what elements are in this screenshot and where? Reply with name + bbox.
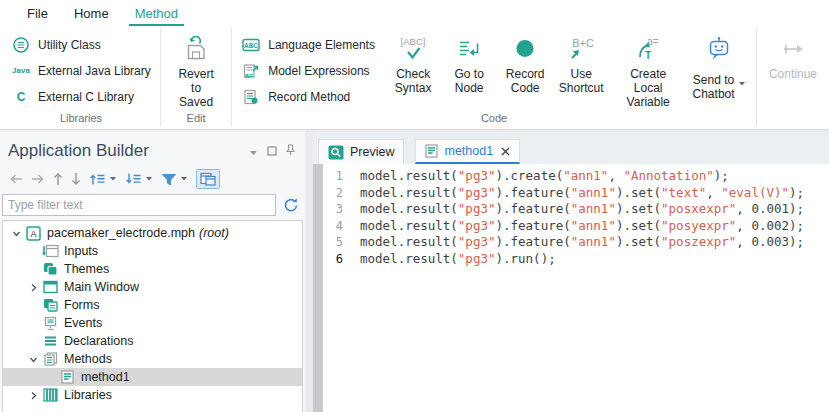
record-code-icon xyxy=(512,32,538,66)
ribbon-button-go-to-node[interactable]: Go to Node xyxy=(441,29,497,95)
tree-item-declarations[interactable]: Declarations xyxy=(3,332,302,350)
ribbon-tab-home[interactable]: Home xyxy=(61,1,122,26)
editor-tab-method1[interactable]: method1 xyxy=(415,139,520,164)
java-icon: Java xyxy=(11,66,31,75)
tree-item-themes[interactable]: Themes xyxy=(3,260,302,278)
forward-arrow-button[interactable] xyxy=(31,173,45,185)
model-expressions-icon: a= xyxy=(242,63,260,79)
ribbon-button-label: Use Shortcut xyxy=(559,67,604,95)
filter-input[interactable] xyxy=(2,194,276,216)
ribbon-item-language-elements[interactable]: ABCLanguage Elements xyxy=(237,34,385,55)
ribbon-group-libraries: Utility ClassJavaExternal Java LibraryCE… xyxy=(2,27,161,126)
back-arrow-button[interactable] xyxy=(9,173,23,185)
ribbon-item-utility-class[interactable]: Utility Class xyxy=(7,34,155,55)
panel-header-float-window-icon[interactable] xyxy=(267,142,277,160)
tree-item-events[interactable]: Events xyxy=(3,314,302,332)
line-number: 1 xyxy=(323,168,343,185)
tree-item-forms[interactable]: Forms xyxy=(3,296,302,314)
tree-item-label: Methods xyxy=(64,352,112,366)
ribbon-item-label: Language Elements xyxy=(268,38,375,52)
code-line: 1model.result("pg3").create("ann1", "Ann… xyxy=(323,168,829,185)
code-text: model.result("pg3").feature("ann1").set(… xyxy=(360,201,804,218)
editor-tab-preview[interactable]: Preview xyxy=(318,139,404,164)
svg-text:ABC: ABC xyxy=(244,42,258,49)
down-arrow-button[interactable] xyxy=(71,172,81,186)
create-local-variable-icon: a=T xyxy=(632,32,664,66)
method-doc-icon xyxy=(425,144,438,158)
filter-funnel-button[interactable] xyxy=(161,173,188,186)
expander-right-icon[interactable] xyxy=(26,391,41,400)
svg-text:B+C: B+C xyxy=(572,37,594,49)
code-token: model.result( xyxy=(360,251,458,266)
expander-down-icon[interactable] xyxy=(26,355,41,364)
tree-item-label: Libraries xyxy=(64,388,112,402)
ribbon-tab-method[interactable]: Method xyxy=(122,1,191,26)
ribbon-button-send-to-chatbot[interactable]: Send to Chatbot xyxy=(687,29,751,101)
editor-margin-strip xyxy=(313,164,323,412)
language-elements-icon: ABC xyxy=(241,37,261,53)
tree-item-inputs[interactable]: Inputs xyxy=(3,242,302,260)
revert-to-saved-icon xyxy=(183,32,209,66)
pin-icon xyxy=(286,144,295,156)
ribbon-button-create-local-variable[interactable]: a=TCreate Local Variable xyxy=(609,29,687,109)
expander-down-icon xyxy=(29,355,38,364)
up-arrow-button[interactable] xyxy=(53,172,63,186)
editor-tab-label: Preview xyxy=(350,145,394,159)
ribbon-item-external-c-library[interactable]: CExternal C Library xyxy=(7,86,155,107)
tree-item-method1[interactable]: method1 xyxy=(3,368,302,386)
string-token: "pg3" xyxy=(458,201,496,216)
libraries-icon xyxy=(41,388,60,402)
ribbon-button-revert-to-saved[interactable]: Revert to Saved xyxy=(166,29,226,109)
tree-item-label: Declarations xyxy=(64,334,133,348)
create-local-variable-icon: a=T xyxy=(632,35,664,63)
code-token: ).set( xyxy=(616,201,661,216)
tree-item-pacemaker-electrode-mph[interactable]: Apacemaker_electrode.mph(root) xyxy=(3,224,302,242)
string-token: "ann1" xyxy=(571,201,616,216)
expander-down-icon[interactable] xyxy=(9,229,24,238)
app-window: FileHomeMethod Utility ClassJavaExternal… xyxy=(0,0,829,412)
events-icon xyxy=(41,316,60,331)
close-icon[interactable] xyxy=(501,147,510,156)
ribbon-item-record-method[interactable]: Record Method xyxy=(237,86,385,107)
refresh-button[interactable] xyxy=(283,197,299,213)
ribbon-button-use-shortcut[interactable]: B+CUse Shortcut xyxy=(553,29,609,95)
ribbon-button-labelrow: Use Shortcut xyxy=(559,67,604,95)
code-text: model.result("pg3").create("ann1", "Anno… xyxy=(360,168,729,185)
code-editor[interactable]: 1model.result("pg3").create("ann1", "Ann… xyxy=(323,164,829,412)
ribbon-small-column: Utility ClassJavaExternal Java LibraryCE… xyxy=(7,29,155,107)
tree-item-main-window[interactable]: Main Window xyxy=(3,278,302,296)
preview-icon xyxy=(328,145,344,160)
ribbon-item-label: External C Library xyxy=(38,90,134,104)
themes-icon xyxy=(41,262,60,276)
ribbon-item-model-expressions[interactable]: a=Model Expressions xyxy=(237,60,385,81)
method-doc-icon xyxy=(61,370,74,384)
string-token: "pg3" xyxy=(458,251,496,266)
tree-item-libraries[interactable]: Libraries xyxy=(3,386,302,404)
panel-title: Application Builder xyxy=(8,141,249,161)
ribbon-button-continue: Continue xyxy=(762,29,824,81)
expander-right-icon[interactable] xyxy=(26,283,41,292)
code-token: , 0.002); xyxy=(736,218,804,233)
tree-toolbar xyxy=(0,163,305,193)
ribbon-body: Utility ClassJavaExternal Java LibraryCE… xyxy=(0,27,829,126)
ribbon-tab-file[interactable]: File xyxy=(14,1,61,26)
toggle-panels-button[interactable] xyxy=(196,169,220,189)
ribbon-button-record-code[interactable]: Record Code xyxy=(497,29,553,95)
tree-item-methods[interactable]: Methods xyxy=(3,350,302,368)
continue-icon xyxy=(778,36,808,62)
line-number: 5 xyxy=(323,234,343,251)
ribbon-button-label: Check Syntax xyxy=(395,67,432,95)
editor-tab-bar: Previewmethod1 xyxy=(313,131,829,164)
record-method-icon xyxy=(241,89,261,105)
preview-icon xyxy=(328,145,344,160)
ribbon-button-check-syntax[interactable]: [ABC]Check Syntax xyxy=(385,29,441,95)
code-text: model.result("pg3").feature("ann1").set(… xyxy=(360,234,804,251)
ribbon-item-external-java-library[interactable]: JavaExternal Java Library xyxy=(7,60,155,81)
ribbon-button-labelrow: Go to Node xyxy=(455,67,484,95)
editor-area: Previewmethod1 1model.result("pg3").crea… xyxy=(313,131,829,412)
move-down-list-button[interactable] xyxy=(125,172,153,186)
panel-header-panel-collapse-icon[interactable] xyxy=(249,142,258,160)
panel-header-pin-icon[interactable] xyxy=(286,142,295,160)
move-up-list-button[interactable] xyxy=(89,172,117,186)
tree-item-suffix: (root) xyxy=(199,226,229,240)
